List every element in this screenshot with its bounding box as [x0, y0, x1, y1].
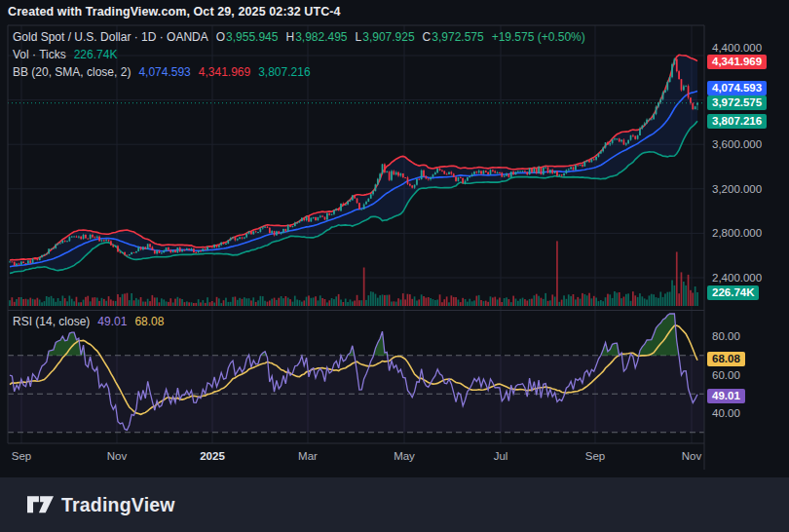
rsi-axis-badge: 68.08	[707, 352, 745, 366]
time-axis-label: Nov	[107, 450, 127, 462]
footer-bar: TradingView	[0, 477, 789, 532]
high-value: H3,982.495	[285, 30, 347, 44]
time-axis-label: Nov	[682, 450, 701, 462]
time-axis-label: May	[394, 450, 415, 462]
volume-label[interactable]: Vol · Ticks	[13, 48, 66, 61]
low-value: L3,907.925	[356, 30, 415, 44]
time-axis-label: Mar	[298, 450, 318, 462]
attribution-text: Created with TradingView.com, Oct 29, 20…	[8, 5, 341, 19]
price-axis-label: 4,400.000	[712, 41, 762, 55]
rsi-axis-badge: 49.01	[707, 389, 745, 403]
bb-legend-row[interactable]: BB (20, SMA, close, 2) 4,074.593 4,341.9…	[13, 63, 585, 81]
rsi-label[interactable]: RSI (14, close)	[13, 315, 90, 328]
rsi-pane-legend: RSI (14, close) 49.01 68.08	[13, 313, 164, 330]
volume-value: 226.74K	[74, 48, 118, 61]
symbol-title[interactable]: Gold Spot / U.S. Dollar · 1D · OANDA	[13, 30, 208, 44]
price-axis-badge: 226.74K	[707, 285, 759, 300]
bb-upper-value: 4,341.969	[199, 65, 250, 79]
open-value: O3,955.945	[216, 30, 279, 44]
volume-legend-row[interactable]: Vol · Ticks 226.74K	[13, 46, 585, 63]
tradingview-logo-icon[interactable]	[27, 494, 54, 515]
rsi-value: 49.01	[97, 315, 127, 328]
close-value: C3,972.575	[423, 30, 484, 44]
price-axis-badge: 3,972.575	[707, 95, 767, 110]
price-axis-badge: 4,074.593	[707, 81, 767, 95]
time-axis-label: Sep	[585, 450, 605, 462]
main-pane-legend: Gold Spot / U.S. Dollar · 1D · OANDA O3,…	[13, 28, 585, 81]
price-axis-badge: 3,807.216	[707, 114, 767, 129]
price-axis-label: 3,200.000	[712, 182, 762, 196]
time-axis-label: 2025	[200, 450, 225, 462]
price-axis-label: 3,600.000	[712, 137, 762, 151]
rsi-axis-label: 40.00	[712, 406, 740, 420]
rsi-ma-value: 68.08	[134, 315, 164, 328]
rsi-axis-label: 80.00	[712, 329, 740, 343]
symbol-legend-row[interactable]: Gold Spot / U.S. Dollar · 1D · OANDA O3,…	[13, 28, 585, 46]
rsi-axis-label: 60.00	[712, 368, 740, 382]
rsi-legend-row[interactable]: RSI (14, close) 49.01 68.08	[13, 313, 164, 330]
bb-basis-value: 4,074.593	[138, 65, 190, 79]
tradingview-widget: Created with TradingView.com, Oct 29, 20…	[0, 0, 789, 532]
price-axis-label: 2,800.000	[712, 226, 762, 240]
brand-name[interactable]: TradingView	[61, 494, 175, 516]
price-axis-badge: 4,341.969	[707, 55, 767, 69]
bb-label[interactable]: BB (20, SMA, close, 2)	[13, 65, 131, 79]
change-value: +19.575 (+0.50%)	[492, 30, 585, 44]
time-axis-label: Jul	[494, 450, 508, 462]
price-axis-label: 2,400.000	[712, 271, 762, 285]
bb-lower-value: 3,807.216	[258, 65, 310, 79]
time-axis-label: Sep	[12, 450, 31, 462]
